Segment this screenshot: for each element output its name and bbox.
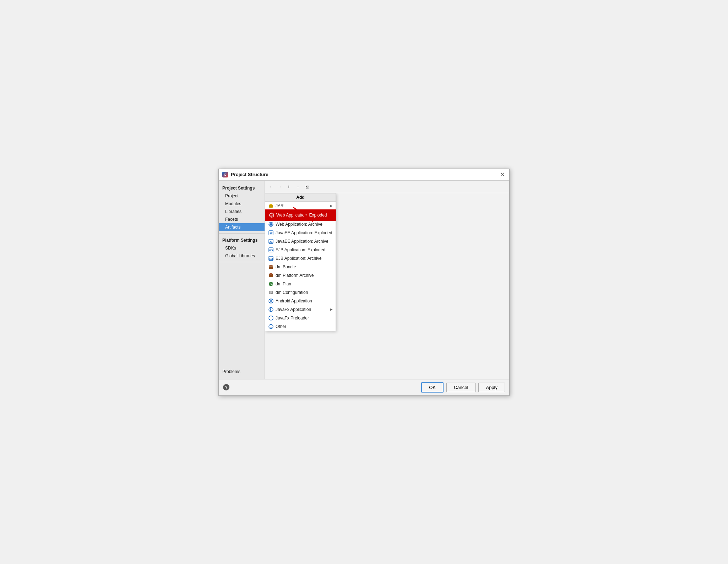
svg-point-29 — [269, 307, 273, 312]
dropdown-item-ejb-archive[interactable]: EJB EJB Application: Archive — [265, 254, 336, 263]
android-application-icon — [268, 298, 274, 304]
dialog-title: Project Structure — [231, 172, 268, 177]
app-icon: IJ — [222, 172, 228, 177]
sidebar-item-project[interactable]: Project — [219, 192, 265, 200]
dm-plan-icon: dm — [268, 281, 274, 287]
other-icon: ... — [268, 324, 274, 329]
dropdown-item-web-app-exploded[interactable]: Web Application: Exploded — [265, 210, 336, 220]
web-app-archive-icon — [268, 221, 274, 227]
copy-button[interactable]: ⎘ — [303, 183, 311, 191]
sidebar-divider — [219, 233, 265, 234]
sidebar-item-sdks[interactable]: SDKs — [219, 244, 265, 252]
javafx-application-arrow: ▶ — [330, 307, 333, 311]
sidebar-item-global-libraries[interactable]: Global Libraries — [219, 252, 265, 260]
dropdown-item-javafx-preloader[interactable]: JavaFx Preloader — [265, 314, 336, 322]
dropdown-item-javaee-archive[interactable]: JE JavaEE Application: Archive — [265, 237, 336, 246]
javaee-exploded-icon: JE — [268, 230, 274, 236]
dm-platform-archive-icon — [268, 273, 274, 278]
dropdown-item-dm-configuration[interactable]: dm Configuration — [265, 288, 336, 297]
dropdown-item-dm-platform-archive[interactable]: dm Platform Archive — [265, 271, 336, 280]
ejb-exploded-label: EJB Application: Exploded — [276, 247, 325, 252]
dropdown-header: Add — [265, 193, 336, 202]
dropdown-item-jar[interactable]: JAR ▶ — [265, 202, 336, 210]
dialog-footer: ? OK Cancel Apply — [219, 379, 509, 395]
javaee-archive-icon: JE — [268, 239, 274, 244]
dropdown-panel: Add JAR ▶ — [265, 193, 336, 331]
jar-label: JAR — [276, 203, 284, 208]
dropdown-item-android-application[interactable]: Android Application — [265, 297, 336, 305]
sidebar-item-facets[interactable]: Facets — [219, 215, 265, 223]
remove-button[interactable]: − — [294, 183, 302, 191]
ejb-archive-icon: EJB — [268, 256, 274, 261]
svg-text:dm: dm — [270, 283, 274, 285]
dm-configuration-label: dm Configuration — [276, 290, 308, 295]
other-label: Other — [276, 324, 286, 329]
web-app-exploded-label: Web Application: Exploded — [276, 213, 327, 218]
svg-text:JE: JE — [269, 240, 273, 243]
ejb-exploded-icon: EJB — [268, 247, 274, 253]
javaee-exploded-label: JavaEE Application: Exploded — [276, 230, 332, 235]
svg-text:...: ... — [270, 325, 272, 328]
title-bar: IJ Project Structure ✕ — [219, 169, 509, 181]
platform-settings-title: Platform Settings — [219, 236, 265, 244]
help-button[interactable]: ? — [223, 384, 229, 390]
project-structure-dialog: IJ Project Structure ✕ Project Settings … — [218, 169, 510, 396]
web-app-exploded-icon — [269, 212, 275, 218]
dropdown-item-javaee-exploded[interactable]: JE JavaEE Application: Exploded — [265, 229, 336, 237]
sidebar-item-modules[interactable]: Modules — [219, 200, 265, 208]
dm-bundle-label: dm Bundle — [276, 264, 296, 269]
toolbar: ← → + − ⎘ — [265, 181, 509, 193]
dropdown-item-javafx-application[interactable]: JavaFx Application ▶ — [265, 305, 336, 314]
dropdown-item-web-app-archive[interactable]: Web Application: Archive — [265, 220, 336, 229]
dropdown-item-dm-plan[interactable]: dm dm Plan — [265, 280, 336, 288]
dropdown-item-dm-bundle[interactable]: dm Bundle — [265, 263, 336, 271]
close-button[interactable]: ✕ — [499, 171, 506, 178]
dm-platform-archive-label: dm Platform Archive — [276, 273, 314, 278]
dialog-body: Project Settings Project Modules Librari… — [219, 181, 509, 379]
project-settings-title: Project Settings — [219, 184, 265, 192]
svg-text:EJB: EJB — [269, 249, 273, 252]
sidebar-item-problems[interactable]: Problems — [219, 367, 265, 376]
forward-button[interactable]: → — [276, 184, 283, 190]
dm-bundle-icon — [268, 264, 274, 270]
cancel-button[interactable]: Cancel — [446, 383, 476, 392]
svg-rect-3 — [270, 204, 272, 205]
svg-rect-2 — [269, 205, 273, 208]
back-button[interactable]: ← — [268, 184, 275, 190]
svg-point-30 — [269, 316, 273, 320]
android-application-label: Android Application — [276, 299, 312, 303]
dm-configuration-icon — [268, 290, 274, 295]
jar-arrow: ▶ — [330, 204, 333, 208]
svg-rect-17 — [270, 265, 272, 266]
add-dropdown-menu: Add JAR ▶ — [265, 193, 336, 331]
ejb-archive-label: EJB Application: Archive — [276, 256, 321, 261]
svg-text:JE: JE — [269, 232, 273, 235]
dm-plan-label: dm Plan — [276, 281, 291, 286]
sidebar: Project Settings Project Modules Librari… — [219, 181, 265, 379]
dropdown-item-ejb-exploded[interactable]: EJB EJB Application: Exploded — [265, 246, 336, 254]
title-bar-left: IJ Project Structure — [222, 172, 268, 177]
ok-button[interactable]: OK — [421, 382, 444, 393]
javafx-preloader-label: JavaFx Preloader — [276, 316, 309, 321]
javafx-preloader-icon — [268, 315, 274, 321]
svg-text:EJB: EJB — [269, 258, 273, 260]
main-area: ← → + − ⎘ — [265, 181, 509, 379]
dropdown-item-other[interactable]: ... Other — [265, 322, 336, 331]
javafx-application-label: JavaFx Application — [276, 307, 311, 312]
javaee-archive-label: JavaEE Application: Archive — [276, 239, 328, 244]
content-area: Add JAR ▶ — [265, 193, 509, 379]
svg-rect-20 — [270, 273, 272, 275]
web-app-archive-label: Web Application: Archive — [276, 222, 322, 227]
sidebar-divider-2 — [219, 262, 265, 262]
sidebar-item-libraries[interactable]: Libraries — [219, 208, 265, 215]
apply-button[interactable]: Apply — [478, 383, 505, 392]
add-button[interactable]: + — [285, 183, 293, 191]
sidebar-item-artifacts[interactable]: Artifacts — [219, 223, 265, 231]
jar-icon — [268, 203, 274, 209]
javafx-application-icon — [268, 307, 274, 312]
